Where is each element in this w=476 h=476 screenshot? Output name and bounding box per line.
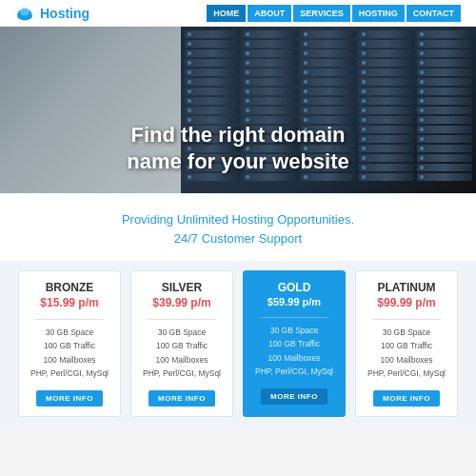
subtitle-section: Providing Unlimited Hosting Opportunitie…: [0, 193, 476, 261]
plan-divider: [148, 319, 216, 320]
logo-text: Hosting: [40, 6, 89, 21]
plan-feature-item: 30 GB Space: [27, 326, 112, 339]
plan-name: Gold: [278, 281, 311, 294]
plan-feature-item: 100 Mailboxes: [251, 351, 337, 365]
plan-card-bronze: Bronze$15.99 p/m30 GB Space100 GB Traffi…: [18, 270, 121, 417]
plan-feature-item: PHP, Perl/CGI, MySql: [139, 367, 225, 380]
hero-section: Find the right domain name for your webs…: [0, 27, 476, 193]
pricing-section: Bronze$15.99 p/m30 GB Space100 GB Traffi…: [0, 261, 476, 430]
plan-price: $39.99 p/m: [152, 296, 210, 309]
plan-feature-item: 100 Mailboxes: [27, 353, 112, 367]
subtitle-line1: Providing Unlimited Hosting Opportunitie…: [122, 212, 354, 227]
nav-item-home[interactable]: Home: [207, 5, 246, 22]
plan-feature-item: 100 GB Traffic: [27, 339, 112, 352]
plan-feature-item: 100 GB Traffic: [251, 337, 337, 350]
plan-name: Bronze: [46, 281, 94, 294]
plan-features: 30 GB Space100 GB Traffic100 MailboxesPH…: [27, 326, 112, 381]
subtitle-line2: 24/7 Customer Support: [174, 231, 302, 246]
nav-item-contact[interactable]: Contact: [407, 5, 461, 22]
plan-feature-item: 100 Mailboxes: [364, 353, 449, 367]
plan-name: Silver: [162, 281, 202, 294]
plan-card-platinum: Platinum$99.99 p/m30 GB Space100 GB Traf…: [355, 270, 458, 417]
cloud-icon: [15, 4, 34, 23]
logo-area: Hosting: [15, 4, 89, 23]
hero-text: Find the right domain name for your webs…: [0, 122, 476, 174]
plan-card-gold: Gold$59.99 p/m30 GB Space100 GB Traffic1…: [243, 270, 346, 417]
nav-item-hosting[interactable]: Hosting: [352, 5, 405, 22]
plan-feature-item: 100 GB Traffic: [139, 339, 225, 352]
svg-point-3: [20, 8, 30, 15]
plan-feature-item: 30 GB Space: [139, 326, 225, 339]
more-info-button[interactable]: More Info: [149, 390, 215, 407]
plan-features: 30 GB Space100 GB Traffic100 MailboxesPH…: [251, 324, 337, 379]
plan-divider: [35, 319, 104, 320]
more-info-button[interactable]: More Info: [261, 388, 327, 405]
plan-feature-item: 30 GB Space: [251, 324, 337, 337]
plan-name: Platinum: [377, 281, 435, 294]
plan-features: 30 GB Space100 GB Traffic100 MailboxesPH…: [139, 326, 225, 381]
plan-features: 30 GB Space100 GB Traffic100 MailboxesPH…: [364, 326, 449, 381]
hero-headline: Find the right domain name for your webs…: [0, 122, 476, 174]
plan-feature-item: PHP, Perl/CGI, MySql: [27, 367, 112, 380]
nav-item-about[interactable]: About: [248, 5, 291, 22]
plan-price: $59.99 p/m: [268, 296, 321, 307]
plan-feature-item: PHP, Perl/CGI, MySql: [251, 365, 337, 378]
more-info-button[interactable]: More Info: [36, 390, 103, 407]
nav-item-services[interactable]: Services: [293, 5, 349, 22]
plan-feature-item: 30 GB Space: [364, 326, 449, 339]
plan-price: $15.99 p/m: [40, 296, 98, 309]
more-info-button[interactable]: More Info: [373, 390, 440, 407]
plan-price: $99.99 p/m: [377, 296, 435, 309]
plan-card-silver: Silver$39.99 p/m30 GB Space100 GB Traffi…: [130, 270, 233, 417]
plan-feature-item: 100 Mailboxes: [139, 353, 225, 367]
plan-feature-item: 100 GB Traffic: [364, 339, 449, 352]
plan-divider: [372, 319, 441, 320]
main-nav: HomeAboutServicesHostingContact: [207, 5, 461, 22]
header: Hosting HomeAboutServicesHostingContact: [0, 0, 476, 27]
plan-feature-item: PHP, Perl/CGI, MySql: [364, 367, 449, 380]
plan-divider: [260, 317, 328, 318]
